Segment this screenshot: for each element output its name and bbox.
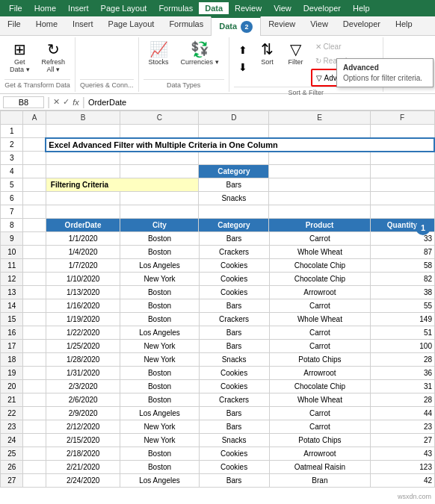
col-b-header[interactable]: B bbox=[46, 111, 120, 125]
cell-18-col1[interactable]: New York bbox=[120, 353, 199, 367]
tab-page-layout[interactable]: Page Layout bbox=[101, 16, 162, 35]
cell-f1[interactable] bbox=[370, 125, 434, 138]
cell-18-col2[interactable]: Snacks bbox=[199, 353, 269, 367]
refresh-all-button[interactable]: ↻ RefreshAll ▾ bbox=[37, 39, 71, 76]
cell-25-col0[interactable]: 2/18/2020 bbox=[46, 447, 120, 461]
cell-a23[interactable] bbox=[23, 420, 46, 434]
cell-f3[interactable] bbox=[370, 152, 434, 165]
cell-a27[interactable] bbox=[23, 474, 46, 488]
cell-a8[interactable] bbox=[23, 219, 46, 232]
cell-9-col1[interactable]: Boston bbox=[120, 232, 199, 246]
menu-review[interactable]: Review bbox=[229, 2, 268, 14]
cell-16-col3[interactable]: Carrot bbox=[269, 326, 371, 340]
cell-a6[interactable] bbox=[23, 192, 46, 205]
cell-c4[interactable] bbox=[120, 165, 199, 178]
cell-10-col3[interactable]: Whole Wheat bbox=[269, 246, 371, 259]
filter-button[interactable]: ▽ Filter bbox=[283, 39, 309, 69]
cell-f5[interactable] bbox=[370, 178, 434, 192]
menu-page-layout[interactable]: Page Layout bbox=[95, 2, 153, 14]
cell-17-col4[interactable]: 100 bbox=[371, 340, 435, 353]
cell-14-col2[interactable]: Bars bbox=[199, 299, 269, 313]
cell-12-col3[interactable]: Chocolate Chip bbox=[269, 273, 371, 286]
cell-a15[interactable] bbox=[23, 313, 46, 326]
cell-22-col4[interactable]: 44 bbox=[371, 407, 435, 420]
cell-16-col1[interactable]: Los Angeles bbox=[120, 326, 199, 340]
cell-26-col4[interactable]: 123 bbox=[371, 461, 435, 474]
cell-a24[interactable] bbox=[23, 434, 46, 447]
cell-14-col1[interactable]: Boston bbox=[120, 299, 199, 313]
cell-13-col0[interactable]: 1/13/2020 bbox=[46, 286, 120, 299]
formula-fx-icon[interactable]: fx bbox=[72, 98, 79, 107]
cell-10-col2[interactable]: Crackers bbox=[199, 246, 269, 259]
cell-e3[interactable] bbox=[269, 152, 370, 165]
cell-14-col4[interactable]: 55 bbox=[371, 299, 435, 313]
sort-button[interactable]: ⇅ Sort bbox=[254, 39, 281, 69]
cell-11-col2[interactable]: Cookies bbox=[199, 259, 269, 273]
cell-a11[interactable] bbox=[23, 259, 46, 273]
tab-developer[interactable]: Developer bbox=[336, 16, 388, 35]
cell-20-col3[interactable]: Chocolate Chip bbox=[269, 380, 371, 393]
cell-24-col0[interactable]: 2/15/2020 bbox=[46, 434, 120, 447]
cell-f6[interactable] bbox=[370, 192, 434, 205]
cell-a21[interactable] bbox=[23, 393, 46, 407]
cell-10-col4[interactable]: 87 bbox=[371, 246, 435, 259]
cell-25-col1[interactable]: Boston bbox=[120, 447, 199, 461]
cell-15-col2[interactable]: Crackers bbox=[199, 313, 269, 326]
cell-15-col0[interactable]: 1/19/2020 bbox=[46, 313, 120, 326]
cell-12-col4[interactable]: 82 bbox=[371, 273, 435, 286]
sort-za-button[interactable]: ⬇ bbox=[234, 59, 252, 75]
cell-17-col1[interactable]: New York bbox=[120, 340, 199, 353]
cell-10-col0[interactable]: 1/4/2020 bbox=[46, 246, 120, 259]
cell-27-col1[interactable]: Los Angeles bbox=[120, 474, 199, 488]
clear-button[interactable]: ✕ Clear bbox=[311, 40, 378, 53]
cell-9-col3[interactable]: Carrot bbox=[269, 232, 371, 246]
cell-d8-category[interactable]: Category bbox=[199, 219, 269, 232]
cell-e8-product[interactable]: Product bbox=[269, 219, 370, 232]
cell-d5-bars[interactable]: Bars bbox=[199, 178, 269, 192]
cell-a1[interactable] bbox=[23, 125, 46, 138]
cell-21-col2[interactable]: Crackers bbox=[199, 393, 269, 407]
cell-d3[interactable] bbox=[199, 152, 269, 165]
cell-c6[interactable] bbox=[120, 192, 199, 205]
cell-26-col0[interactable]: 2/21/2020 bbox=[46, 461, 120, 474]
cell-11-col3[interactable]: Chocolate Chip bbox=[269, 259, 371, 273]
tab-view[interactable]: View bbox=[303, 16, 336, 35]
cell-e5[interactable] bbox=[269, 178, 370, 192]
cell-b7[interactable] bbox=[46, 205, 120, 219]
cell-23-col2[interactable]: Bars bbox=[199, 420, 269, 434]
cell-21-col0[interactable]: 2/6/2020 bbox=[46, 393, 120, 407]
cell-23-col0[interactable]: 2/12/2020 bbox=[46, 420, 120, 434]
col-d-header[interactable]: D bbox=[199, 111, 269, 125]
cell-20-col0[interactable]: 2/3/2020 bbox=[46, 380, 120, 393]
tab-file[interactable]: File bbox=[0, 16, 28, 35]
tab-help[interactable]: Help bbox=[388, 16, 420, 35]
cell-15-col1[interactable]: Boston bbox=[120, 313, 199, 326]
cell-a17[interactable] bbox=[23, 340, 46, 353]
cell-26-col3[interactable]: Oatmeal Raisin bbox=[269, 461, 371, 474]
cell-25-col3[interactable]: Arrowroot bbox=[269, 447, 371, 461]
menu-developer[interactable]: Developer bbox=[297, 2, 347, 14]
cell-18-col0[interactable]: 1/28/2020 bbox=[46, 353, 120, 367]
currencies-button[interactable]: 💱 Currencies ▾ bbox=[176, 39, 224, 69]
cell-a4[interactable] bbox=[23, 165, 46, 178]
cell-11-col1[interactable]: Los Angeles bbox=[120, 259, 199, 273]
cell-24-col4[interactable]: 27 bbox=[371, 434, 435, 447]
cell-19-col0[interactable]: 1/31/2020 bbox=[46, 367, 120, 380]
cell-21-col4[interactable]: 28 bbox=[371, 393, 435, 407]
cell-c3[interactable] bbox=[120, 152, 199, 165]
cell-23-col3[interactable]: Carrot bbox=[269, 420, 371, 434]
cell-a9[interactable] bbox=[23, 232, 46, 246]
cell-b1[interactable] bbox=[46, 125, 120, 138]
cell-12-col1[interactable]: New York bbox=[120, 273, 199, 286]
cell-e4[interactable] bbox=[269, 165, 370, 178]
cell-f7[interactable] bbox=[370, 205, 434, 219]
cell-d6-snacks[interactable]: Snacks bbox=[199, 192, 269, 205]
cell-19-col1[interactable]: Boston bbox=[120, 367, 199, 380]
cell-a22[interactable] bbox=[23, 407, 46, 420]
cell-27-col3[interactable]: Bran bbox=[269, 474, 371, 488]
cell-d1[interactable] bbox=[199, 125, 269, 138]
cell-25-col2[interactable]: Cookies bbox=[199, 447, 269, 461]
col-e-header[interactable]: E bbox=[269, 111, 370, 125]
cell-24-col2[interactable]: Snacks bbox=[199, 434, 269, 447]
formula-cancel-icon[interactable]: ✕ bbox=[53, 97, 60, 107]
